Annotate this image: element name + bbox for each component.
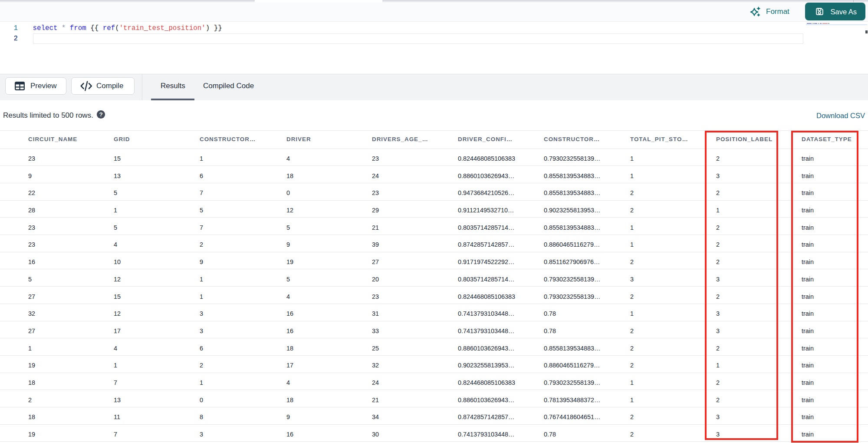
svg-text:?: ? xyxy=(99,111,102,118)
